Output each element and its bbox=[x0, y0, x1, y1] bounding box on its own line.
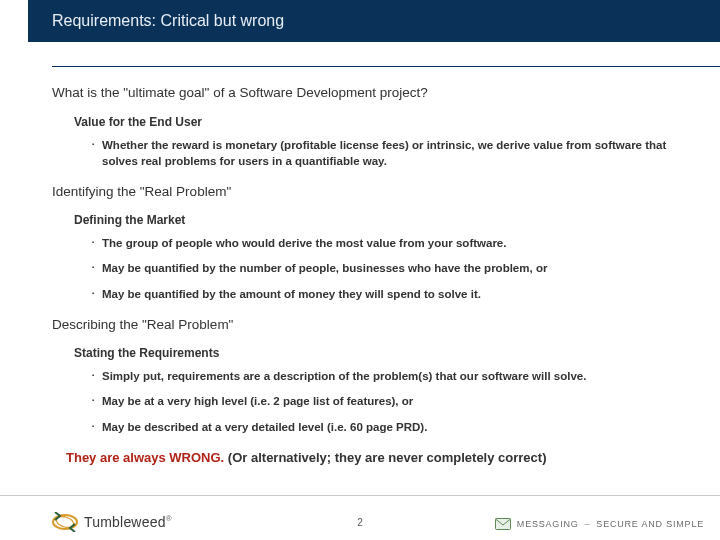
tagline-secure: SECURE AND SIMPLE bbox=[596, 519, 704, 529]
bullet-item: May be quantified by the number of peopl… bbox=[92, 261, 698, 277]
subhead-market: Defining the Market bbox=[74, 212, 698, 228]
slide-title: Requirements: Critical but wrong bbox=[52, 12, 284, 30]
callout-rest-text: (Or alternatively; they are never comple… bbox=[224, 450, 546, 465]
bullet-item: Simply put, requirements are a descripti… bbox=[92, 369, 698, 385]
subhead-value: Value for the End User bbox=[74, 114, 698, 130]
tagline-messaging: MESSAGING bbox=[517, 519, 579, 529]
bullet-item: May be quantified by the amount of money… bbox=[92, 287, 698, 303]
brand-name: Tumbleweed® bbox=[84, 514, 172, 530]
question-1: What is the "ultimate goal" of a Softwar… bbox=[52, 84, 698, 102]
bullet-item: May be at a very high level (i.e. 2 page… bbox=[92, 394, 698, 410]
brand-logo: Tumbleweed® bbox=[52, 512, 172, 532]
envelope-icon bbox=[495, 518, 511, 530]
bullet-item: The group of people who would derive the… bbox=[92, 236, 698, 252]
bullet-item: Whether the reward is monetary (profitab… bbox=[92, 138, 698, 169]
bullets-requirements: Simply put, requirements are a descripti… bbox=[92, 369, 698, 436]
page-number: 2 bbox=[357, 517, 363, 528]
header-rule bbox=[52, 66, 720, 67]
bullet-item: May be described at a very detailed leve… bbox=[92, 420, 698, 436]
subhead-requirements: Stating the Requirements bbox=[74, 345, 698, 361]
bullets-market: The group of people who would derive the… bbox=[92, 236, 698, 303]
slide-footer: Tumbleweed® 2 MESSAGING – SECURE AND SIM… bbox=[0, 495, 720, 540]
slide-body: What is the "ultimate goal" of a Softwar… bbox=[52, 84, 698, 484]
section-identifying: Identifying the "Real Problem" bbox=[52, 183, 698, 201]
slide-title-bar: Requirements: Critical but wrong bbox=[28, 0, 720, 42]
footer-tagline: MESSAGING – SECURE AND SIMPLE bbox=[495, 518, 704, 530]
callout-wrong: They are always WRONG. (Or alternatively… bbox=[66, 449, 698, 467]
svg-rect-2 bbox=[495, 519, 510, 530]
tagline-dash: – bbox=[585, 519, 591, 529]
section-describing: Describing the "Real Problem" bbox=[52, 316, 698, 334]
bullets-value: Whether the reward is monetary (profitab… bbox=[92, 138, 698, 169]
callout-red-text: They are always WRONG. bbox=[66, 450, 224, 465]
tumbleweed-icon bbox=[52, 512, 78, 532]
